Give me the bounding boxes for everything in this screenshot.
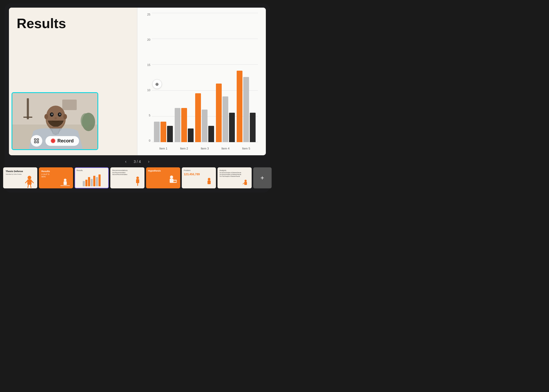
y-label-20: 20 bbox=[147, 38, 150, 41]
device-frame: Results bbox=[5, 3, 270, 193]
next-button[interactable]: › bbox=[145, 158, 152, 165]
bar-group-5 bbox=[237, 71, 256, 142]
bar-3-gray bbox=[202, 110, 208, 142]
svg-rect-35 bbox=[170, 179, 173, 183]
camera-feed: Record bbox=[12, 92, 98, 150]
svg-line-24 bbox=[25, 181, 27, 183]
bar-2-orange bbox=[181, 108, 187, 142]
svg-point-16 bbox=[54, 117, 57, 119]
thumb-1-title: Thesis Defense bbox=[6, 170, 35, 173]
svg-point-6 bbox=[81, 113, 90, 128]
x-label-3: Item 3 bbox=[197, 147, 213, 150]
thumbnail-2[interactable]: Results 2 OUT 5 90% bbox=[39, 167, 73, 188]
svg-rect-39 bbox=[208, 180, 211, 184]
x-axis: Item 1 Item 2 Item 3 Item 4 Item 5 bbox=[152, 147, 258, 150]
camera-controls: Record bbox=[30, 135, 79, 147]
thumb-4-illustration bbox=[133, 176, 142, 186]
chart-inner: ⊕ bbox=[152, 13, 258, 150]
thumb-3-title: Results bbox=[77, 169, 107, 171]
thumb-4-title: Recommendations bbox=[112, 169, 142, 171]
main-slide-area: Results bbox=[9, 8, 266, 155]
thumb-4-content: First Recommendation Second Recommendati… bbox=[112, 172, 142, 176]
bar-3-orange bbox=[195, 93, 201, 142]
thumb-2-percent: 90% bbox=[42, 176, 70, 178]
bar-1-orange bbox=[160, 122, 166, 142]
x-label-1: Item 1 bbox=[156, 147, 171, 150]
thumb-6-number: 123,456,789 bbox=[184, 173, 214, 176]
svg-rect-23 bbox=[27, 179, 32, 185]
record-indicator bbox=[50, 138, 55, 143]
svg-point-40 bbox=[245, 180, 247, 182]
bar-1-gray bbox=[154, 122, 160, 142]
bar-4-orange bbox=[216, 84, 222, 142]
add-slide-button[interactable]: + bbox=[253, 167, 272, 188]
bar-2-black bbox=[188, 128, 194, 142]
thumb-6-title: Problem bbox=[184, 169, 214, 171]
svg-rect-30 bbox=[60, 185, 70, 186]
bottom-area: ‹ 3 / 4 › Thesis Defense Submitted by So… bbox=[9, 158, 266, 188]
svg-rect-41 bbox=[244, 182, 247, 185]
thumbnail-7[interactable]: Analysis The Second Analysis of Obtained… bbox=[217, 167, 252, 188]
bar-group-1 bbox=[154, 122, 173, 142]
y-axis: 25 20 15 10 5 0 bbox=[143, 13, 151, 142]
y-label-10: 10 bbox=[147, 89, 150, 92]
svg-rect-29 bbox=[64, 181, 67, 185]
thumb-7-illustration bbox=[242, 179, 250, 186]
bar-4-black bbox=[229, 113, 235, 142]
add-icon: + bbox=[260, 174, 264, 182]
thumbnail-4[interactable]: Recommendations First Recommendation Sec… bbox=[110, 167, 144, 188]
fullscreen-button[interactable] bbox=[30, 135, 42, 147]
svg-point-11 bbox=[63, 114, 67, 119]
thumbnail-6[interactable]: Problem 123,456,789 bbox=[182, 167, 216, 188]
thumb-2-illustration bbox=[60, 178, 70, 188]
svg-point-15 bbox=[59, 114, 60, 115]
x-label-4: Item 4 bbox=[217, 147, 233, 150]
prev-button[interactable]: ‹ bbox=[122, 158, 130, 165]
svg-rect-37 bbox=[173, 181, 176, 182]
svg-point-10 bbox=[44, 114, 48, 119]
thumb-2-title: Results bbox=[42, 170, 70, 173]
thumb-1-illustration bbox=[24, 175, 35, 188]
thumbnail-1[interactable]: Thesis Defense Submitted by Sofia Ornela… bbox=[3, 167, 37, 188]
thumbnail-5[interactable]: Hypothesis bbox=[146, 167, 180, 188]
svg-rect-19 bbox=[37, 139, 38, 140]
slide-title: Results bbox=[17, 16, 66, 31]
y-label-5: 5 bbox=[149, 114, 150, 117]
bar-group-4 bbox=[216, 84, 235, 142]
svg-point-38 bbox=[208, 178, 210, 180]
right-panel: 25 20 15 10 5 0 bbox=[137, 8, 266, 155]
bar-group-3 bbox=[195, 93, 214, 142]
page-indicator: 3 / 4 bbox=[134, 159, 141, 164]
svg-rect-20 bbox=[34, 141, 36, 143]
x-label-5: Item 5 bbox=[238, 147, 254, 150]
svg-point-31 bbox=[136, 177, 139, 179]
bar-5-gray bbox=[243, 77, 249, 142]
thumb-6-illustration bbox=[205, 177, 214, 186]
thumb-2-stat: 2 OUT 5 bbox=[42, 173, 70, 176]
svg-rect-3 bbox=[23, 117, 32, 118]
x-label-2: Item 2 bbox=[176, 147, 192, 150]
bar-5-black bbox=[250, 113, 256, 142]
svg-point-28 bbox=[64, 179, 66, 181]
y-label-0: 0 bbox=[149, 139, 150, 142]
svg-line-26 bbox=[28, 185, 28, 188]
bar-group-2 bbox=[175, 108, 194, 142]
svg-rect-4 bbox=[62, 100, 77, 110]
svg-line-42 bbox=[243, 183, 244, 184]
svg-rect-21 bbox=[37, 141, 38, 143]
thumbnail-3[interactable]: Results bbox=[75, 167, 109, 188]
svg-rect-2 bbox=[27, 98, 29, 119]
bar-1-black bbox=[167, 126, 173, 142]
chart-bars bbox=[152, 13, 258, 142]
left-panel: Results bbox=[9, 8, 137, 155]
svg-point-22 bbox=[28, 176, 31, 179]
bar-3-black bbox=[208, 126, 214, 142]
pagination: ‹ 3 / 4 › bbox=[122, 158, 152, 165]
record-button[interactable]: Record bbox=[45, 136, 79, 146]
svg-rect-18 bbox=[34, 139, 36, 140]
thumbnail-strip: Thesis Defense Submitted by Sofia Ornela… bbox=[3, 167, 272, 188]
y-label-25: 25 bbox=[147, 13, 150, 16]
svg-point-14 bbox=[51, 114, 53, 115]
svg-point-34 bbox=[170, 176, 173, 179]
thumb-5-title: Hypothesis bbox=[148, 169, 178, 172]
